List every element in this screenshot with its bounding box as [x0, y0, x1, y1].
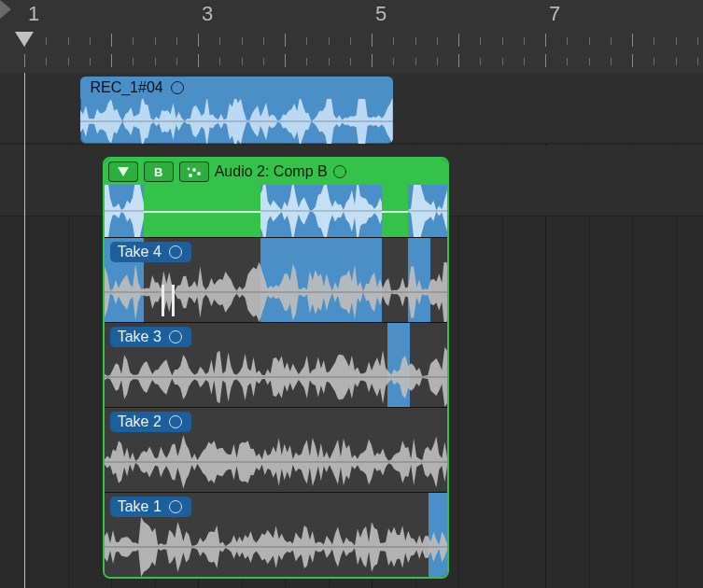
take-folder[interactable]: B Audio 2: Comp B Take 4Take 3Take 2Take… [103, 157, 449, 579]
ruler-bar-number: 7 [549, 2, 561, 26]
svg-point-2 [189, 174, 192, 177]
svg-point-5 [187, 168, 190, 171]
comp-track[interactable] [105, 185, 447, 237]
disclosure-triangle-icon[interactable] [108, 161, 138, 182]
timeline-ruler[interactable]: 1357 [0, 0, 703, 74]
region-header[interactable]: REC_1#04 [80, 77, 393, 99]
take-label[interactable]: Take 4 [110, 242, 191, 262]
comp-selector-label: B [154, 166, 162, 178]
ruler-bar-number: 5 [375, 2, 387, 26]
take-waveform [105, 517, 447, 577]
take-waveform [105, 347, 447, 407]
playhead-line[interactable] [24, 73, 25, 588]
svg-point-4 [197, 172, 201, 175]
loop-circle-icon[interactable] [333, 165, 346, 178]
take-waveform [105, 262, 447, 322]
take-label[interactable]: Take 2 [110, 412, 191, 432]
take-row[interactable]: Take 1 [105, 492, 447, 577]
region-name: REC_1#04 [90, 79, 162, 96]
ruler-bar-numbers: 1357 [0, 0, 703, 32]
ruler-ticks-lower [0, 54, 703, 74]
comp-segment[interactable] [144, 185, 260, 237]
svg-marker-1 [118, 167, 129, 176]
loop-circle-icon[interactable] [171, 81, 184, 94]
loop-circle-icon[interactable] [169, 245, 182, 259]
ruler-bar-number: 3 [202, 2, 214, 26]
take-label[interactable]: Take 1 [110, 497, 191, 517]
ruler-bar-number: 1 [28, 2, 40, 26]
take-row[interactable]: Take 4 [105, 237, 447, 322]
playhead-handle-icon[interactable] [15, 32, 34, 47]
loop-circle-icon[interactable] [169, 415, 182, 428]
ruler-ticks-upper [0, 34, 703, 54]
take-label-text: Take 4 [118, 244, 162, 260]
take-waveform [105, 432, 447, 492]
loop-circle-icon[interactable] [169, 330, 182, 343]
take-label[interactable]: Take 3 [110, 327, 191, 347]
take-row[interactable]: Take 3 [105, 322, 447, 407]
take-label-text: Take 2 [118, 413, 162, 430]
take-folder-header[interactable]: B Audio 2: Comp B [105, 159, 447, 185]
quick-swipe-comping-icon[interactable] [179, 161, 209, 182]
take-label-text: Take 1 [118, 498, 162, 515]
take-row[interactable]: Take 2 [105, 407, 447, 492]
comp-selector-button[interactable]: B [144, 161, 174, 182]
svg-point-3 [192, 168, 196, 172]
region-waveform [80, 99, 393, 144]
audio-region[interactable]: REC_1#04 [80, 77, 393, 144]
take-label-text: Take 3 [118, 329, 162, 345]
comp-segment[interactable] [382, 185, 408, 237]
take-folder-title: Audio 2: Comp B [215, 163, 328, 180]
loop-circle-icon[interactable] [169, 500, 182, 513]
edit-caret-icon[interactable] [162, 285, 175, 316]
